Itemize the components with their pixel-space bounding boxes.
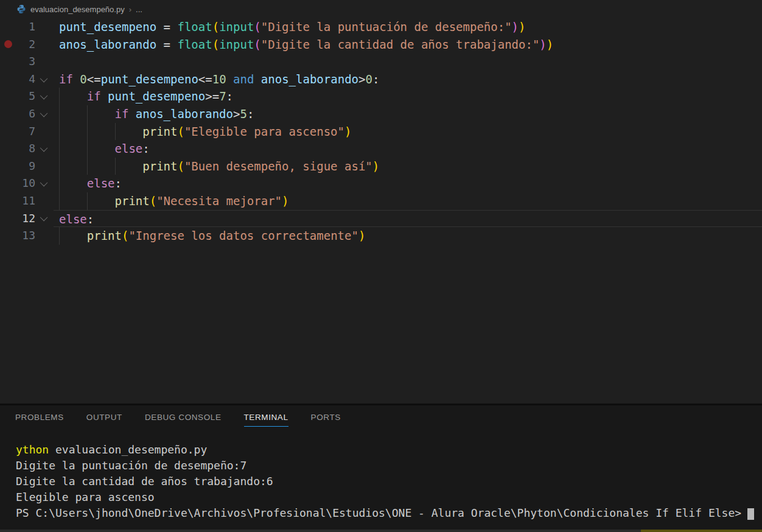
code-line-content[interactable]: punt_desempeno = float(input("Digite la … [54, 18, 762, 36]
breakpoint-gutter[interactable] [0, 71, 16, 88]
editor-area[interactable]: evaluacion_desempeño.py › ... 1punt_dese… [0, 0, 762, 404]
breakpoint-gutter[interactable] [0, 175, 16, 192]
code-line-content[interactable]: else: [54, 210, 762, 228]
terminal-cursor[interactable] [747, 508, 754, 520]
code-line[interactable]: 5if punt_desempeno>=7: [0, 88, 762, 105]
panel-tab-debug-console[interactable]: DEBUG CONSOLE [145, 407, 222, 427]
code-line[interactable]: 1punt_desempeno = float(input("Digite la… [0, 18, 762, 36]
line-number[interactable]: 1 [16, 18, 35, 36]
indent-guide [87, 192, 115, 210]
fold-gutter[interactable] [35, 105, 54, 123]
code-line-content[interactable]: print("Necesita mejorar") [54, 192, 762, 210]
breakpoint-gutter[interactable] [0, 53, 16, 71]
line-number[interactable]: 8 [16, 140, 35, 158]
code-line[interactable]: 12else: [0, 210, 762, 228]
code-token: 5 [240, 107, 246, 121]
fold-chevron-icon[interactable] [40, 109, 47, 117]
fold-chevron-icon[interactable] [40, 74, 47, 82]
fold-chevron-icon[interactable] [40, 92, 47, 100]
breakpoint-icon[interactable] [4, 40, 12, 48]
breakpoint-gutter[interactable] [0, 88, 16, 105]
line-number[interactable]: 9 [16, 158, 35, 175]
code-line-content[interactable]: print("Buen desempeño, sigue así") [54, 158, 762, 175]
breadcrumb-file-label[interactable]: evaluacion_desempeño.py [30, 5, 125, 14]
fold-gutter[interactable] [35, 71, 54, 88]
code-token: print [115, 194, 150, 208]
fold-chevron-icon[interactable] [40, 144, 47, 152]
fold-gutter[interactable] [35, 53, 54, 71]
code-token [101, 89, 108, 103]
breakpoint-gutter[interactable] [0, 123, 16, 141]
breakpoint-gutter[interactable] [0, 210, 16, 228]
panel-tab-problems[interactable]: PROBLEMS [15, 407, 64, 427]
code-line[interactable]: 3 [0, 53, 762, 71]
fold-gutter[interactable] [35, 123, 54, 141]
code-line[interactable]: 9print("Buen desempeño, sigue así") [0, 158, 762, 175]
code-token: ) [519, 20, 525, 33]
terminal-output[interactable]: ython evaluacion_desempeño.pyDigite la p… [0, 429, 762, 521]
line-number[interactable]: 7 [16, 123, 35, 141]
line-number[interactable]: 6 [16, 105, 35, 123]
code-token: ( [254, 38, 260, 51]
code-line[interactable]: 2anos_laborando = float(input("Digite la… [0, 36, 762, 54]
fold-gutter[interactable] [35, 88, 54, 105]
fold-gutter[interactable] [35, 158, 54, 175]
breadcrumb[interactable]: evaluacion_desempeño.py › ... [0, 0, 762, 18]
code-line[interactable]: 11print("Necesita mejorar") [0, 192, 762, 210]
breakpoint-gutter[interactable] [0, 36, 16, 54]
code-token: "Elegible para ascenso" [184, 125, 344, 138]
line-number[interactable]: 4 [16, 71, 35, 88]
panel-tab-ports[interactable]: PORTS [311, 407, 341, 427]
code-line[interactable]: 13print("Ingrese los datos correctamente… [0, 227, 762, 245]
code-line-content[interactable]: print("Ingrese los datos correctamente") [54, 227, 762, 245]
code-line[interactable]: 7print("Elegible para ascenso") [0, 123, 762, 141]
code-line-content[interactable]: if anos_laborando>5: [54, 105, 762, 123]
breakpoint-gutter[interactable] [0, 227, 16, 245]
code-token: <= [87, 72, 101, 86]
indent-guide [87, 123, 115, 141]
line-number[interactable]: 3 [16, 53, 35, 71]
indent-guide [115, 158, 143, 175]
code-line[interactable]: 10else: [0, 175, 762, 192]
fold-gutter[interactable] [35, 175, 54, 192]
code-line[interactable]: 6if anos_laborando>5: [0, 105, 762, 123]
fold-chevron-icon[interactable] [40, 214, 47, 222]
code-line-content[interactable]: else: [54, 175, 762, 192]
breakpoint-gutter[interactable] [0, 18, 16, 36]
code-line-content[interactable]: if 0<=punt_desempeno<=10 and anos_labora… [54, 71, 762, 88]
line-number[interactable]: 10 [16, 175, 35, 192]
fold-gutter[interactable] [35, 140, 54, 158]
breakpoint-gutter[interactable] [0, 192, 16, 210]
code-token: ) [282, 194, 288, 208]
breakpoint-gutter[interactable] [0, 158, 16, 175]
breakpoint-gutter[interactable] [0, 140, 16, 158]
breadcrumb-more[interactable]: ... [136, 5, 142, 14]
breakpoint-gutter[interactable] [0, 105, 16, 123]
code-token: input [219, 38, 254, 51]
code-line-content[interactable]: anos_laborando = float(input("Digite la … [54, 36, 762, 54]
fold-gutter[interactable] [35, 210, 54, 228]
code-line-content[interactable]: else: [54, 140, 762, 158]
code-line-content[interactable] [54, 53, 762, 71]
code-line-content[interactable]: if punt_desempeno>=7: [54, 88, 762, 105]
line-number[interactable]: 5 [16, 88, 35, 105]
code-line[interactable]: 4if 0<=punt_desempeno<=10 and anos_labor… [0, 71, 762, 88]
fold-gutter[interactable] [35, 18, 54, 36]
fold-gutter[interactable] [35, 192, 54, 210]
fold-gutter[interactable] [35, 36, 54, 54]
code-token: > [358, 72, 365, 86]
line-number[interactable]: 13 [16, 227, 35, 245]
panel-tab-terminal[interactable]: TERMINAL [244, 407, 288, 427]
fold-chevron-icon[interactable] [40, 179, 47, 187]
line-number[interactable]: 11 [16, 192, 35, 210]
code-token: else [87, 177, 115, 190]
code-line[interactable]: 8else: [0, 140, 762, 158]
line-number[interactable]: 12 [16, 210, 35, 228]
code-token: ( [150, 194, 156, 208]
indent-guide [59, 158, 87, 175]
fold-gutter[interactable] [35, 227, 54, 245]
line-number[interactable]: 2 [16, 36, 35, 54]
code-line-content[interactable]: print("Elegible para ascenso") [54, 123, 762, 141]
panel-tab-output[interactable]: OUTPUT [86, 407, 122, 427]
indent-guide [59, 88, 87, 105]
